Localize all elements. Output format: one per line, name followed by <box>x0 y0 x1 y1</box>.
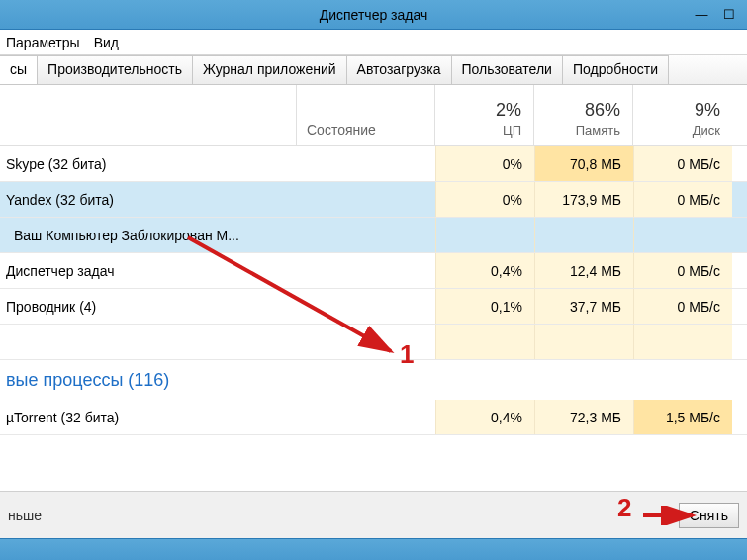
memory-cell: 72,3 МБ <box>534 400 633 434</box>
tab-performance[interactable]: Производительность <box>37 55 192 84</box>
tabs: сы Производительность Журнал приложений … <box>0 55 747 85</box>
minimize-button[interactable]: — <box>692 8 711 22</box>
disk-cell: 0 МБ/с <box>633 146 732 181</box>
annotation-number-1: 1 <box>400 339 414 370</box>
col-disk[interactable]: 9% Диск <box>633 85 732 145</box>
tab-users[interactable]: Пользователи <box>451 55 562 84</box>
cpu-cell: 0% <box>435 182 534 217</box>
menu-parameters[interactable]: Параметры <box>6 35 80 50</box>
cpu-cell: 0% <box>435 146 534 181</box>
bottom-bar <box>0 538 747 560</box>
cpu-percent: 2% <box>496 100 521 121</box>
menu-view[interactable]: Вид <box>94 35 119 50</box>
annotation-arrow-2 <box>641 506 700 525</box>
tab-details[interactable]: Подробности <box>562 55 669 84</box>
col-status[interactable]: Состояние <box>297 85 435 145</box>
disk-cell: 0 МБ/с <box>633 289 732 324</box>
col-name[interactable] <box>0 85 297 145</box>
annotation-arrow-1 <box>178 228 416 376</box>
process-row[interactable]: Skype (32 бита) 0% 70,8 МБ 0 МБ/с <box>0 146 747 182</box>
memory-cell: 12,4 МБ <box>534 253 633 288</box>
memory-cell: 37,7 МБ <box>534 289 633 324</box>
titlebar: Диспетчер задач — ☐ <box>0 0 747 30</box>
window-title: Диспетчер задач <box>320 7 428 23</box>
annotation-number-2: 2 <box>617 493 631 523</box>
tab-startup[interactable]: Автозагрузка <box>346 55 451 84</box>
fewer-details-link[interactable]: ньше <box>8 508 42 523</box>
memory-percent: 86% <box>585 100 620 121</box>
tab-processes[interactable]: сы <box>0 55 37 84</box>
disk-cell: 1,5 МБ/с <box>633 400 732 434</box>
disk-cell <box>633 218 732 252</box>
svg-line-0 <box>188 237 391 351</box>
cpu-cell: 0,1% <box>435 289 534 324</box>
cpu-cell: 0,4% <box>435 400 534 434</box>
cpu-label: ЦП <box>503 123 521 138</box>
process-row[interactable]: µTorrent (32 бита) 0,4% 72,3 МБ 1,5 МБ/с <box>0 400 747 435</box>
process-name: Yandex (32 бита) <box>0 192 297 208</box>
disk-cell: 0 МБ/с <box>633 253 732 288</box>
process-name: Skype (32 бита) <box>0 156 297 172</box>
process-row[interactable]: Yandex (32 бита) 0% 173,9 МБ 0 МБ/с <box>0 182 747 218</box>
disk-label: Диск <box>693 123 720 138</box>
maximize-button[interactable]: ☐ <box>719 8 739 22</box>
memory-cell <box>534 218 633 252</box>
cpu-cell: 0,4% <box>435 253 534 288</box>
disk-cell: 0 МБ/с <box>633 182 732 217</box>
process-name: µTorrent (32 бита) <box>0 410 297 425</box>
menubar: Параметры Вид <box>0 30 747 55</box>
table-header: Состояние 2% ЦП 86% Память 9% Диск <box>0 85 747 146</box>
cpu-cell <box>435 218 534 252</box>
memory-cell: 173,9 МБ <box>534 182 633 217</box>
disk-percent: 9% <box>695 100 720 121</box>
footer: ньше Снять <box>0 491 747 538</box>
tab-app-history[interactable]: Журнал приложений <box>192 55 346 84</box>
col-cpu[interactable]: 2% ЦП <box>435 85 534 145</box>
memory-label: Память <box>576 123 620 138</box>
memory-cell: 70,8 МБ <box>534 146 633 181</box>
col-memory[interactable]: 86% Память <box>534 85 633 145</box>
